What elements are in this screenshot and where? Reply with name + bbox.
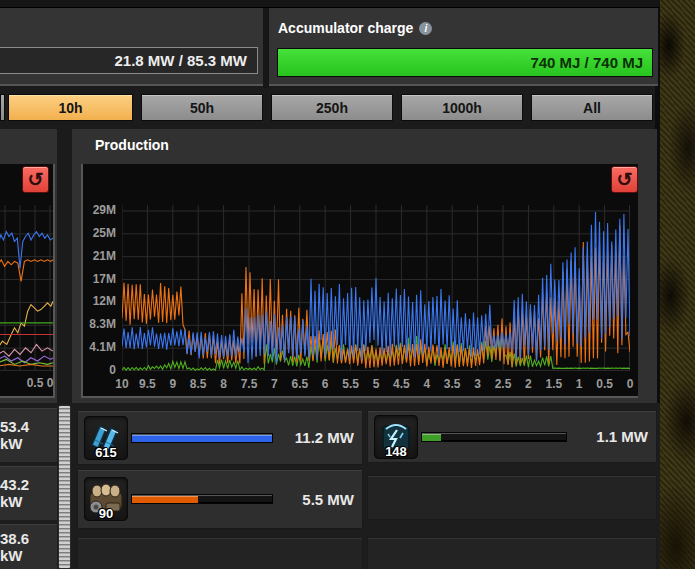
accumulator-charge-title: Accumulator charge — [278, 20, 413, 36]
item-power-value: 11.2 MW — [276, 411, 354, 464]
x-tick-label: 1.5 — [545, 377, 562, 391]
x-tick-label: 7 — [271, 377, 278, 391]
x-tick-label: 1 — [576, 377, 583, 391]
x-tick-label: 5 — [373, 377, 380, 391]
x-tick-label: 4 — [423, 377, 430, 391]
production-plot — [122, 205, 630, 371]
accumulator-charge-value: 740 MJ / 740 MJ — [530, 49, 643, 76]
item-progress-bar — [422, 433, 566, 441]
x-tick-label: 3 — [474, 377, 481, 391]
purple-line — [0, 356, 53, 363]
cropped-item-row[interactable]: 43.2 kW — [0, 466, 57, 520]
x-tick-label: 4.5 — [393, 377, 410, 391]
production-title: Production — [95, 137, 169, 153]
x-tick-label: 8.5 — [190, 377, 207, 391]
vertical-scrollbar[interactable] — [58, 405, 71, 569]
production-item-row[interactable]: 905.5 MW — [78, 470, 362, 528]
cropped-tab-sliver[interactable] — [0, 94, 5, 121]
item-progress-bar — [132, 495, 272, 503]
refresh-button[interactable]: ↺ — [611, 166, 638, 193]
game-world-background — [660, 0, 695, 569]
machine-count: 90 — [84, 506, 128, 521]
tab-50h[interactable]: 50h — [141, 94, 263, 121]
power-satisfaction-panel: 21.8 MW / 85.3 MW — [0, 8, 263, 86]
machine-count: 615 — [84, 445, 128, 460]
x-tick-label: 10 — [115, 377, 128, 391]
yellow-line — [0, 301, 53, 348]
y-tick-label: 25M — [72, 226, 116, 240]
x-tick-label: 6 — [322, 377, 329, 391]
production-item-row[interactable]: 61511.2 MW — [78, 411, 362, 464]
item-power-value: 5.5 MW — [276, 470, 354, 528]
y-tick-label: 21M — [72, 249, 116, 263]
accumulator-charge-bar: 740 MJ / 740 MJ — [277, 48, 653, 77]
electric-network-stats-screen: 21.8 MW / 85.3 MW Accumulator charge i 7… — [0, 0, 695, 569]
item-power-value: 1.1 MW — [570, 411, 648, 462]
accumulator-charge-panel: Accumulator charge i 740 MJ / 740 MJ — [269, 8, 658, 86]
solar-panel-icon[interactable]: 615 — [84, 416, 128, 460]
x-tick-label: 9 — [169, 377, 176, 391]
x-tick-label: 2 — [525, 377, 532, 391]
tab-1000h[interactable]: 1000h — [401, 94, 523, 121]
accumulator-charge-title-row: Accumulator charge i — [278, 20, 432, 36]
tab-all[interactable]: All — [531, 94, 653, 121]
orange-line — [0, 260, 53, 282]
x-tick-label: 2.5 — [495, 377, 512, 391]
orange2-line — [0, 364, 53, 366]
tab-10h[interactable]: 10h — [8, 94, 133, 121]
x-tick-label: 3.5 — [444, 377, 461, 391]
machine-count: 148 — [374, 444, 418, 459]
production-panel: Production ↺ 29M25M21M17M12M8.3M4.1M0 10… — [72, 129, 657, 403]
power-satisfaction-bar: 21.8 MW / 85.3 MW — [0, 47, 258, 74]
cropped-item-row[interactable]: 53.4 kW — [0, 408, 57, 462]
info-icon[interactable]: i — [419, 22, 432, 35]
left-graph-box: 0.50 — [0, 164, 55, 398]
x-tick-label: 0.5 — [27, 376, 44, 390]
x-tick-label: 0 — [47, 376, 54, 390]
empty-item-slot — [368, 476, 656, 519]
steam-engine-icon[interactable]: 90 — [84, 477, 128, 521]
y-tick-label: 0 — [72, 363, 116, 377]
y-tick-label: 29M — [72, 203, 116, 217]
x-tick-label: 0 — [627, 377, 634, 391]
empty-item-slot — [368, 538, 656, 569]
blue-line — [0, 232, 53, 269]
upper-panel-edge — [0, 0, 660, 8]
production-item-row[interactable]: 1481.1 MW — [368, 411, 656, 462]
empty-item-slot — [78, 538, 362, 569]
item-progress-bar — [132, 434, 272, 442]
x-tick-label: 7.5 — [241, 377, 258, 391]
x-tick-label: 9.5 — [139, 377, 156, 391]
y-tick-label: 17M — [72, 272, 116, 286]
refresh-button[interactable]: ↺ — [22, 166, 49, 193]
x-tick-label: 0.5 — [596, 377, 613, 391]
cropped-item-row[interactable]: 38.6 kW — [0, 524, 57, 569]
x-tick-label: 5.5 — [342, 377, 359, 391]
x-tick-label: 8 — [220, 377, 227, 391]
power-satisfaction-value: 21.8 MW / 85.3 MW — [114, 52, 247, 69]
y-tick-label: 12M — [72, 294, 116, 308]
y-tick-label: 8.3M — [72, 317, 116, 331]
y-tick-label: 4.1M — [72, 340, 116, 354]
x-tick-label: 6.5 — [291, 377, 308, 391]
accumulator-icon[interactable]: 148 — [374, 415, 418, 459]
pink-line — [0, 344, 53, 356]
left-graph-panel-cropped: 0.50 ↺ — [0, 129, 57, 403]
lime-line — [0, 359, 53, 364]
tab-250h[interactable]: 250h — [271, 94, 393, 121]
left-graph-plot — [0, 205, 53, 371]
production-item-list: 53.4 kW43.2 kW38.6 kW 61511.2 MW905.5 MW… — [0, 403, 660, 569]
